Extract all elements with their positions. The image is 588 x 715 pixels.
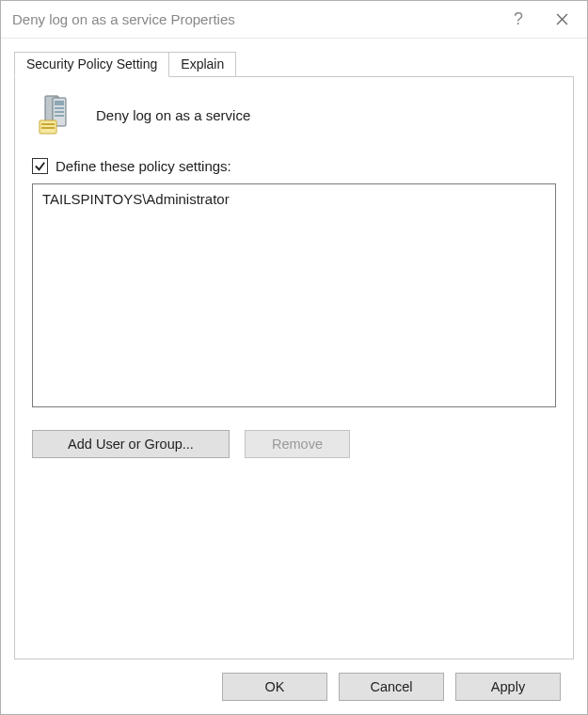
svg-rect-7: [55, 115, 64, 117]
client-area: Security Policy Setting Explain: [1, 39, 587, 714]
remove-button: Remove: [245, 430, 350, 458]
svg-rect-5: [55, 107, 64, 109]
svg-rect-4: [55, 101, 64, 105]
list-item[interactable]: TAILSPINTOYS\Administrator: [42, 190, 546, 209]
tabstrip: Security Policy Setting Explain: [14, 48, 574, 76]
window-title: Deny log on as a service Properties: [12, 11, 497, 27]
close-button[interactable]: [540, 6, 583, 34]
add-user-or-group-button[interactable]: Add User or Group...: [32, 430, 230, 458]
svg-rect-10: [41, 127, 55, 129]
policy-header: Deny log on as a service: [32, 92, 556, 137]
tabpage-security: Deny log on as a service Define these po…: [14, 76, 574, 659]
policy-icon: [32, 92, 77, 137]
cancel-button[interactable]: Cancel: [339, 673, 444, 701]
dialog-footer: OK Cancel Apply: [14, 659, 574, 714]
tab-security-policy-setting[interactable]: Security Policy Setting: [14, 52, 169, 77]
principals-listbox[interactable]: TAILSPINTOYS\Administrator: [32, 183, 556, 407]
ok-button[interactable]: OK: [222, 673, 327, 701]
define-settings-checkbox[interactable]: Define these policy settings:: [32, 158, 556, 174]
properties-dialog: Deny log on as a service Properties ? Se…: [0, 0, 588, 715]
checkbox-icon: [32, 158, 48, 174]
svg-rect-9: [41, 123, 55, 125]
policy-name: Deny log on as a service: [96, 107, 250, 123]
list-buttons: Add User or Group... Remove: [32, 430, 556, 458]
define-settings-label: Define these policy settings:: [56, 158, 231, 174]
titlebar[interactable]: Deny log on as a service Properties ?: [1, 1, 587, 39]
close-icon: [556, 13, 568, 25]
tab-explain[interactable]: Explain: [168, 52, 236, 77]
svg-rect-6: [55, 111, 64, 113]
help-button[interactable]: ?: [497, 6, 540, 34]
apply-button[interactable]: Apply: [455, 673, 561, 701]
